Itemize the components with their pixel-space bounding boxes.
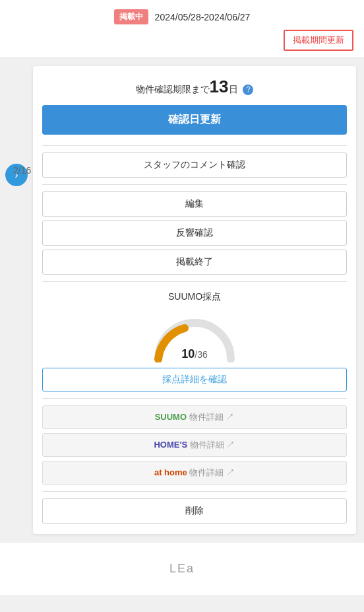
- right-panel: 物件確認期限まで13日 ? 確認日更新 スタッフのコメント確認 編集 反響確認 …: [33, 66, 356, 534]
- staff-comment-button[interactable]: スタッフのコメント確認: [42, 153, 347, 178]
- confirm-deadline: 物件確認期限まで13日 ?: [42, 77, 347, 97]
- lea-text: LEa: [169, 562, 195, 576]
- deadline-days: 13: [210, 77, 229, 96]
- suumo-brand-label: SUUMO: [155, 412, 187, 422]
- score-detail-button[interactable]: 採点詳細を確認: [42, 368, 347, 391]
- status-badge: 掲載中: [114, 9, 148, 24]
- suumo-detail-button[interactable]: SUUMO 物件詳細 ↗: [42, 405, 347, 429]
- confirm-date-button[interactable]: 確認日更新: [42, 105, 347, 135]
- help-icon[interactable]: ?: [243, 85, 253, 95]
- athome-brand-label: at home: [154, 467, 187, 477]
- page-wrapper: 掲載中 2024/05/28-2024/06/27 掲載期間更新 › 2/16 …: [0, 0, 364, 612]
- suumo-link-suffix: 物件詳細 ↗: [189, 412, 235, 422]
- top-bar: 掲載中 2024/05/28-2024/06/27 掲載期間更新: [0, 0, 364, 58]
- response-button[interactable]: 反響確認: [42, 221, 347, 246]
- delete-button[interactable]: 削除: [42, 498, 347, 524]
- divider-1: [42, 145, 347, 146]
- main-content: › 2/16 物件確認期限まで13日 ? 確認日更新 スタッフのコメント確認 編…: [0, 58, 364, 542]
- status-row: 掲載中 2024/05/28-2024/06/27: [11, 9, 353, 24]
- athome-detail-button[interactable]: at home 物件詳細 ↗: [42, 461, 347, 485]
- gauge-score: 10/36: [181, 347, 208, 361]
- score-current: 10: [181, 347, 195, 360]
- edit-button[interactable]: 編集: [42, 191, 347, 217]
- homes-brand-label: HOME'S: [154, 440, 187, 450]
- suumo-score-section: SUUMO採点 10/36 採点詳細を確認: [42, 291, 347, 391]
- left-sidebar: ›: [0, 58, 33, 542]
- divider-2: [42, 184, 347, 185]
- athome-link-suffix: 物件詳細 ↗: [189, 467, 235, 477]
- deadline-prefix: 物件確認期限まで: [136, 84, 210, 94]
- date-range: 2024/05/28-2024/06/27: [155, 12, 251, 22]
- bottom-area: LEa: [0, 542, 364, 595]
- update-period-button[interactable]: 掲載期間更新: [284, 30, 353, 51]
- homes-detail-button[interactable]: HOME'S 物件詳細 ↗: [42, 433, 347, 457]
- divider-3: [42, 281, 347, 282]
- page-indicator: 2/16: [13, 165, 31, 176]
- deadline-unit: 日: [229, 84, 238, 94]
- homes-link-suffix: 物件詳細 ↗: [190, 440, 235, 450]
- suumo-score-title: SUUMO採点: [42, 291, 347, 303]
- divider-4: [42, 398, 347, 399]
- divider-5: [42, 491, 347, 492]
- score-total: 36: [197, 349, 208, 360]
- gauge-container: 10/36: [148, 310, 241, 362]
- end-listing-button[interactable]: 掲載終了: [42, 250, 347, 275]
